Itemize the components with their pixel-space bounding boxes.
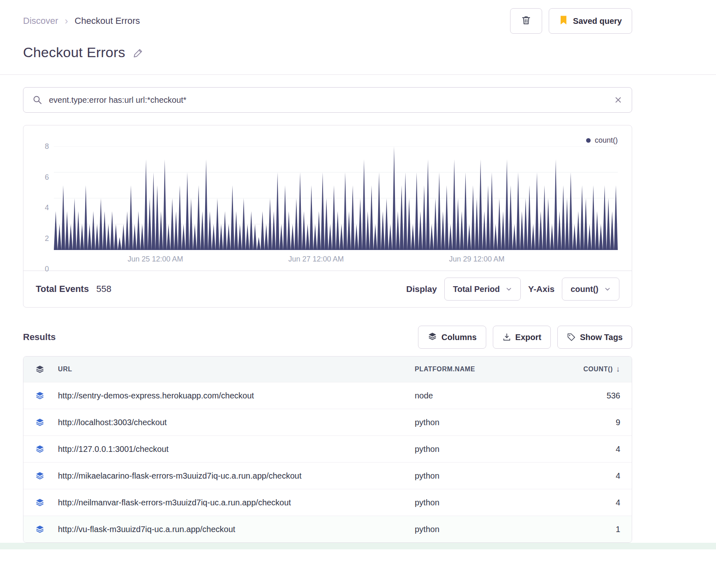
breadcrumb-discover[interactable]: Discover (23, 16, 58, 26)
count-header-label: COUNT() (583, 366, 613, 373)
delete-query-button[interactable] (510, 8, 542, 34)
row-count: 4 (546, 471, 620, 481)
search-input[interactable]: event.type:error has:url url:*checkout* (49, 95, 607, 105)
clear-search-icon[interactable] (614, 95, 623, 104)
chart-svg[interactable] (54, 146, 618, 250)
top-bar: Discover › Checkout Errors Saved query (23, 7, 632, 35)
discover-page: Discover › Checkout Errors Saved query C… (0, 0, 716, 543)
saved-query-button[interactable]: Saved query (549, 8, 632, 34)
yaxis-label: Y-Axis (528, 284, 554, 294)
table-header-row: URL PLATFORM.NAME COUNT() ↓ (23, 357, 632, 382)
download-icon (502, 333, 511, 342)
bottom-strip (0, 543, 716, 549)
results-heading: Results (23, 332, 55, 343)
chevron-down-icon (604, 286, 611, 292)
results-table: URL PLATFORM.NAME COUNT() ↓ http://sentr… (23, 356, 632, 543)
yaxis-value: count() (570, 285, 598, 294)
chart-legend[interactable]: count() (37, 136, 618, 145)
trash-icon (521, 15, 531, 28)
header-layers-icon (35, 364, 58, 374)
y-axis-tick-label: 8 (45, 142, 49, 151)
row-url[interactable]: http://127.0.0.1:3001/checkout (58, 444, 415, 454)
chevron-down-icon (506, 286, 512, 292)
columns-button-label: Columns (441, 333, 477, 342)
row-count: 9 (546, 418, 620, 427)
x-axis-tick-label: Jun 25 12:00 AM (127, 255, 183, 264)
column-header-url[interactable]: URL (58, 366, 415, 373)
display-select[interactable]: Total Period (444, 278, 521, 301)
table-row[interactable]: http://neilmanvar-flask-errors-m3uuizd7i… (23, 489, 632, 516)
row-layers-icon[interactable] (35, 391, 58, 400)
layers-icon (427, 331, 437, 343)
column-header-count[interactable]: COUNT() ↓ (546, 365, 620, 374)
row-platform: python (415, 498, 546, 507)
row-url[interactable]: http://mikaelacarino-flask-errors-m3uuiz… (58, 471, 415, 481)
bookmark-icon (559, 15, 568, 27)
row-url[interactable]: http://sentry-demos-express.herokuapp.co… (58, 391, 415, 400)
chart-panel: count() 86420 Jun 25 12:00 AMJun 27 12:0… (23, 125, 632, 308)
chart-controls: Display Total Period Y-Axis count() (406, 278, 619, 301)
total-events-value: 558 (96, 284, 111, 294)
table-row[interactable]: http://127.0.0.1:3001/checkoutpython4 (23, 435, 632, 462)
search-icon (32, 95, 42, 105)
legend-dot-icon (586, 138, 591, 143)
yaxis-select[interactable]: count() (562, 278, 619, 301)
tag-icon (567, 333, 576, 342)
y-axis-labels: 86420 (37, 146, 54, 269)
columns-button[interactable]: Columns (418, 326, 486, 349)
chart-area: count() 86420 Jun 25 12:00 AMJun 27 12:0… (23, 125, 632, 271)
export-button-label: Export (515, 333, 541, 342)
chart-footer: Total Events 558 Display Total Period Y-… (23, 271, 632, 307)
title-row: Checkout Errors (23, 44, 632, 60)
x-axis-tick-label: Jun 27 12:00 AM (288, 255, 344, 264)
column-header-platform[interactable]: PLATFORM.NAME (415, 366, 546, 373)
x-axis-tick-label: Jun 29 12:00 AM (449, 255, 504, 264)
row-layers-icon[interactable] (35, 417, 58, 427)
page-title: Checkout Errors (23, 44, 125, 60)
row-url[interactable]: http://neilmanvar-flask-errors-m3uuizd7i… (58, 498, 415, 507)
row-count: 4 (546, 444, 620, 454)
chart-plot-wrap: 86420 Jun 25 12:00 AMJun 27 12:00 AMJun … (37, 146, 618, 269)
row-platform: python (415, 418, 546, 427)
y-axis-tick-label: 6 (45, 173, 49, 181)
total-events: Total Events 558 (36, 284, 111, 294)
row-url[interactable]: http://localhost:3003/checkout (58, 418, 415, 427)
total-events-label: Total Events (36, 284, 89, 294)
table-row[interactable]: http://localhost:3003/checkoutpython9 (23, 409, 632, 435)
table-row[interactable]: http://sentry-demos-express.herokuapp.co… (23, 382, 632, 409)
row-layers-icon[interactable] (35, 471, 58, 481)
row-count: 1 (546, 525, 620, 534)
y-axis-tick-label: 4 (45, 204, 49, 212)
breadcrumb-chevron-icon: › (65, 16, 68, 26)
top-actions: Saved query (510, 8, 632, 34)
export-button[interactable]: Export (493, 326, 551, 349)
row-count: 536 (546, 391, 620, 400)
row-layers-icon[interactable] (35, 524, 58, 534)
search-bar[interactable]: event.type:error has:url url:*checkout* (23, 87, 632, 113)
table-row[interactable]: http://vu-flask-m3uuizd7iq-uc.a.run.app/… (23, 516, 632, 542)
row-layers-icon[interactable] (35, 498, 58, 507)
row-url[interactable]: http://vu-flask-m3uuizd7iq-uc.a.run.app/… (58, 525, 415, 534)
display-value: Total Period (453, 285, 500, 294)
show-tags-button-label: Show Tags (580, 333, 623, 342)
breadcrumb: Discover › Checkout Errors (23, 16, 140, 26)
saved-query-label: Saved query (573, 16, 622, 26)
row-layers-icon[interactable] (35, 444, 58, 454)
results-table-body: http://sentry-demos-express.herokuapp.co… (23, 382, 632, 542)
row-platform: python (415, 471, 546, 481)
legend-label: count() (595, 136, 618, 145)
chart-plot[interactable]: Jun 25 12:00 AMJun 27 12:00 AMJun 29 12:… (54, 146, 618, 269)
results-actions: Columns Export Show Tags (418, 326, 632, 349)
sort-desc-icon: ↓ (616, 365, 620, 374)
y-axis-tick-label: 0 (45, 265, 49, 273)
edit-pencil-icon[interactable] (133, 47, 144, 58)
breadcrumb-current-page: Checkout Errors (75, 16, 140, 26)
y-axis-tick-label: 2 (45, 234, 49, 243)
row-count: 4 (546, 498, 620, 507)
row-platform: python (415, 444, 546, 454)
row-platform: node (415, 391, 546, 400)
results-header-row: Results Columns Export (23, 326, 632, 349)
x-axis-labels: Jun 25 12:00 AMJun 27 12:00 AMJun 29 12:… (54, 250, 618, 269)
show-tags-button[interactable]: Show Tags (557, 326, 632, 349)
table-row[interactable]: http://mikaelacarino-flask-errors-m3uuiz… (23, 462, 632, 489)
